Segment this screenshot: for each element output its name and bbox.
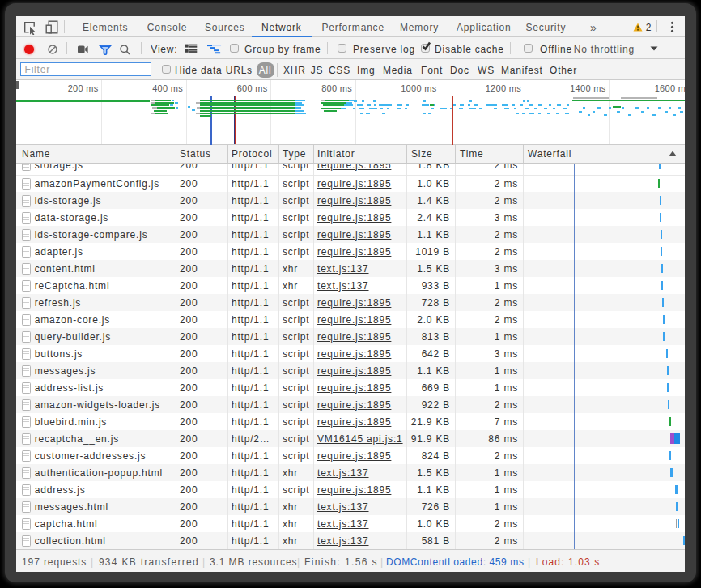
svg-text:800 ms: 800 ms (321, 83, 352, 93)
svg-text:200 ms: 200 ms (68, 83, 99, 93)
svg-text:1400 ms: 1400 ms (570, 83, 605, 93)
svg-text:1200 ms: 1200 ms (486, 83, 521, 93)
svg-text:600 ms: 600 ms (237, 83, 268, 93)
svg-text:1000 ms: 1000 ms (401, 83, 436, 93)
svg-text:400 ms: 400 ms (152, 83, 183, 93)
svg-text:1600 ms: 1600 ms (655, 83, 685, 93)
